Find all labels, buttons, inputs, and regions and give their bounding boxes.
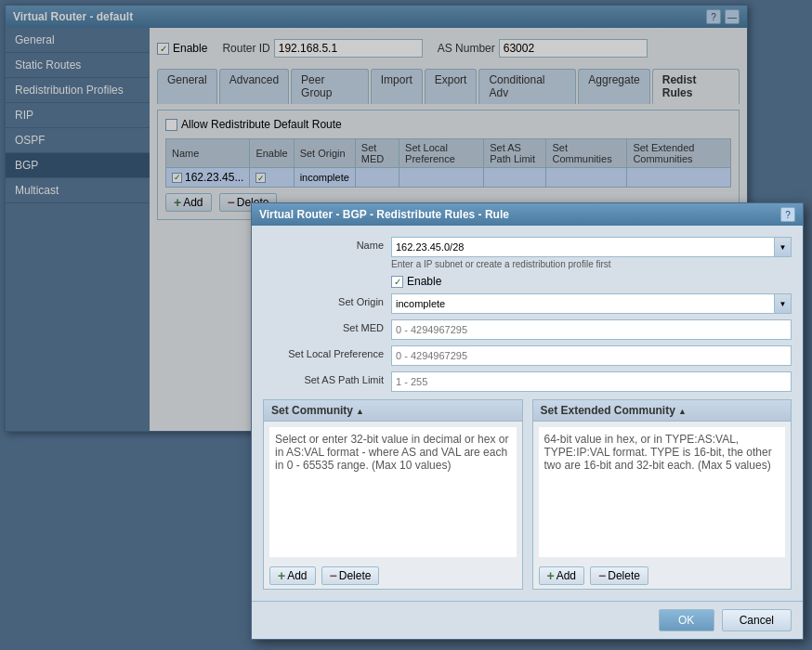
modal-enable-row: ✓ Enable bbox=[391, 275, 792, 288]
set-origin-value: incomplete bbox=[392, 296, 774, 311]
set-origin-select: incomplete ▼ bbox=[391, 293, 792, 314]
modal-title: Virtual Router - BGP - Redistribute Rule… bbox=[259, 208, 509, 221]
set-ext-community-body: 64-bit value in hex, or in TYPE:AS:VAL, … bbox=[539, 427, 786, 557]
enable-control: ✓ Enable bbox=[391, 275, 792, 288]
set-as-path-limit-control bbox=[391, 371, 792, 392]
set-as-path-limit-input[interactable] bbox=[391, 371, 792, 392]
modal-body: Name 162.23.45.0/28 ▼ Enter a IP subnet … bbox=[252, 226, 803, 601]
set-origin-label: Set Origin bbox=[263, 293, 384, 307]
set-med-input[interactable] bbox=[391, 319, 792, 340]
ok-button[interactable]: OK bbox=[659, 609, 714, 631]
delete-ext-community-button[interactable]: − Delete bbox=[590, 566, 648, 585]
set-med-label: Set MED bbox=[263, 319, 384, 333]
set-community-panel: Set Community ▲ Select or enter 32-bit v… bbox=[263, 399, 523, 590]
delete-ext-community-icon: − bbox=[598, 569, 606, 582]
enable-row: ✓ Enable bbox=[263, 275, 792, 288]
set-ext-community-header: Set Extended Community ▲ bbox=[533, 400, 792, 422]
set-origin-control: incomplete ▼ bbox=[391, 293, 792, 314]
set-local-pref-label: Set Local Preference bbox=[263, 345, 384, 359]
set-ext-community-buttons: + Add − Delete bbox=[533, 563, 792, 589]
set-origin-arrow[interactable]: ▼ bbox=[774, 294, 791, 313]
community-sort-icon: ▲ bbox=[356, 407, 364, 416]
set-community-hint: Select or enter 32-bit value in decimal … bbox=[275, 433, 508, 472]
name-hint: Enter a IP subnet or create a redistribu… bbox=[391, 259, 792, 269]
modal-enable-label: Enable bbox=[407, 275, 441, 288]
enable-spacer bbox=[263, 275, 384, 278]
set-ext-community-panel: Set Extended Community ▲ 64-bit value in… bbox=[532, 399, 792, 590]
modal-dialog: Virtual Router - BGP - Redistribute Rule… bbox=[251, 202, 804, 640]
set-med-row: Set MED bbox=[263, 319, 792, 340]
set-community-title: Set Community ▲ bbox=[271, 404, 364, 417]
modal-titlebar: Virtual Router - BGP - Redistribute Rule… bbox=[252, 203, 803, 226]
delete-community-icon: − bbox=[330, 569, 337, 582]
modal-footer: OK Cancel bbox=[252, 601, 803, 639]
set-community-header: Set Community ▲ bbox=[264, 400, 522, 422]
modal-help-icon[interactable]: ? bbox=[780, 207, 795, 222]
add-ext-community-button[interactable]: + Add bbox=[539, 566, 585, 585]
name-value: 162.23.45.0/28 bbox=[392, 240, 774, 254]
delete-community-button[interactable]: − Delete bbox=[321, 566, 380, 585]
add-community-icon: + bbox=[278, 569, 285, 582]
set-as-path-limit-row: Set AS Path Limit bbox=[263, 371, 792, 392]
add-community-button[interactable]: + Add bbox=[269, 566, 316, 585]
set-community-body: Select or enter 32-bit value in decimal … bbox=[269, 427, 517, 557]
name-select: 162.23.45.0/28 ▼ bbox=[391, 237, 792, 257]
set-local-pref-input[interactable] bbox=[391, 345, 792, 366]
modal-enable-checkbox[interactable]: ✓ bbox=[391, 276, 403, 288]
add-ext-community-icon: + bbox=[547, 569, 555, 582]
set-med-control bbox=[391, 319, 792, 340]
cancel-button[interactable]: Cancel bbox=[722, 609, 792, 631]
set-local-pref-row: Set Local Preference bbox=[263, 345, 792, 366]
name-select-arrow[interactable]: ▼ bbox=[774, 238, 791, 256]
name-control: 162.23.45.0/28 ▼ Enter a IP subnet or cr… bbox=[391, 237, 792, 269]
set-origin-row: Set Origin incomplete ▼ bbox=[263, 293, 792, 314]
set-as-path-limit-label: Set AS Path Limit bbox=[263, 371, 384, 385]
set-local-pref-control bbox=[391, 345, 792, 366]
community-panels: Set Community ▲ Select or enter 32-bit v… bbox=[263, 399, 792, 590]
ext-community-sort-icon: ▲ bbox=[678, 407, 687, 416]
name-row: Name 162.23.45.0/28 ▼ Enter a IP subnet … bbox=[263, 237, 792, 269]
set-ext-community-hint: 64-bit value in hex, or in TYPE:AS:VAL, … bbox=[544, 433, 772, 472]
set-community-buttons: + Add − Delete bbox=[264, 563, 522, 589]
name-label: Name bbox=[263, 237, 384, 251]
set-ext-community-title: Set Extended Community ▲ bbox=[541, 404, 687, 417]
